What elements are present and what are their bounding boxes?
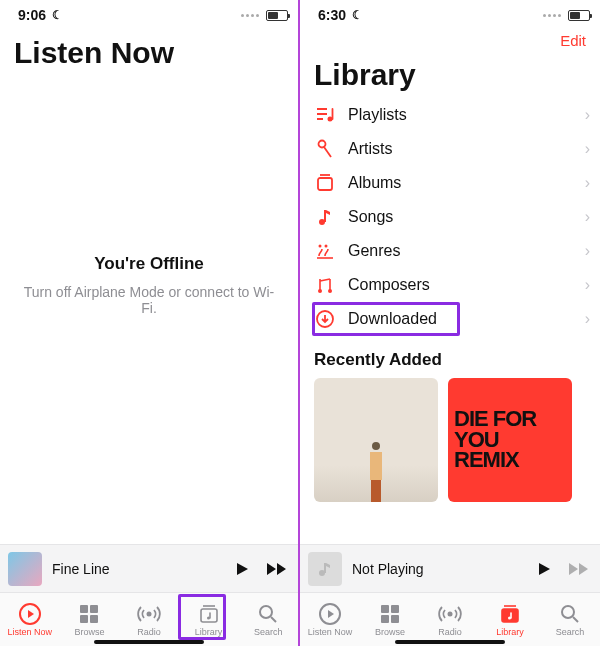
album-card[interactable]: DIE FOR YOU REMIX <box>448 378 572 502</box>
svg-point-14 <box>319 245 322 248</box>
phone-library: 6:30 ☾ Edit Library Playlists › Arti <box>300 0 600 646</box>
highlight-downloaded <box>312 302 460 336</box>
list-item-albums[interactable]: Albums › <box>314 166 600 200</box>
now-playing-title: Fine Line <box>52 561 224 577</box>
list-label: Playlists <box>348 106 573 124</box>
chevron-right-icon: › <box>585 310 590 328</box>
search-icon <box>258 603 278 625</box>
svg-point-16 <box>318 289 322 293</box>
page-title: Listen Now <box>0 26 298 76</box>
grid-icon <box>79 603 99 625</box>
tab-browse[interactable]: Browse <box>360 593 420 646</box>
tab-search[interactable]: Search <box>540 593 600 646</box>
svg-rect-3 <box>80 615 88 623</box>
list-item-artists[interactable]: Artists › <box>314 132 600 166</box>
svg-point-28 <box>508 616 511 619</box>
home-indicator[interactable] <box>395 640 505 644</box>
tab-radio[interactable]: Radio <box>420 593 480 646</box>
now-playing-bar[interactable]: Fine Line <box>0 544 298 592</box>
composers-icon <box>314 274 336 296</box>
svg-point-10 <box>319 141 326 148</box>
status-bar: 6:30 ☾ <box>300 0 600 26</box>
now-playing-bar[interactable]: Not Playing <box>300 544 600 592</box>
svg-point-17 <box>328 289 332 293</box>
svg-rect-23 <box>391 605 399 613</box>
tab-label: Radio <box>438 627 462 637</box>
svg-point-26 <box>448 611 453 616</box>
list-item-genres[interactable]: Genres › <box>314 234 600 268</box>
home-indicator[interactable] <box>94 640 204 644</box>
tab-label: Library <box>496 627 524 637</box>
svg-point-15 <box>325 245 328 248</box>
list-label: Composers <box>348 276 573 294</box>
album-art-icon <box>8 552 42 586</box>
svg-rect-25 <box>391 615 399 623</box>
svg-rect-4 <box>90 615 98 623</box>
library-list: Playlists › Artists › Albums › Songs › <box>300 98 600 336</box>
recently-added-heading: Recently Added <box>300 336 600 378</box>
tab-browse[interactable]: Browse <box>60 593 120 646</box>
svg-point-5 <box>146 611 151 616</box>
list-label: Songs <box>348 208 573 226</box>
svg-rect-27 <box>502 609 518 622</box>
radio-icon <box>438 603 462 625</box>
playlists-icon <box>314 104 336 126</box>
grid-icon <box>380 603 400 625</box>
chevron-right-icon: › <box>585 140 590 158</box>
phone-listen-now: 9:06 ☾ Listen Now You're Offline Turn of… <box>0 0 300 646</box>
play-icon[interactable] <box>234 561 250 577</box>
chevron-right-icon: › <box>585 106 590 124</box>
list-label: Genres <box>348 242 573 260</box>
svg-rect-24 <box>381 615 389 623</box>
chevron-right-icon: › <box>585 174 590 192</box>
albums-icon <box>314 172 336 194</box>
list-item-playlists[interactable]: Playlists › <box>314 98 600 132</box>
now-playing-title: Not Playing <box>352 561 526 577</box>
album-cover-text: DIE FOR YOU REMIX <box>454 409 566 472</box>
battery-icon <box>568 10 590 21</box>
tab-listen-now[interactable]: Listen Now <box>0 593 60 646</box>
guitar-icon <box>314 240 336 262</box>
content-area: Playlists › Artists › Albums › Songs › <box>300 98 600 544</box>
content-area: You're Offline Turn off Airplane Mode or… <box>0 76 298 544</box>
list-label: Albums <box>348 174 573 192</box>
next-icon[interactable] <box>266 562 288 576</box>
list-item-composers[interactable]: Composers › <box>314 268 600 302</box>
dnd-moon-icon: ☾ <box>52 8 63 22</box>
album-art-placeholder-icon <box>308 552 342 586</box>
svg-rect-13 <box>324 210 326 222</box>
note-icon <box>314 206 336 228</box>
play-icon[interactable] <box>536 561 552 577</box>
play-circle-icon <box>19 603 41 625</box>
tab-radio[interactable]: Radio <box>119 593 179 646</box>
tab-listen-now[interactable]: Listen Now <box>300 593 360 646</box>
signal-dots-icon <box>543 14 561 17</box>
svg-rect-1 <box>80 605 88 613</box>
svg-point-29 <box>562 606 574 618</box>
recently-added-row[interactable]: DIE FOR YOU REMIX <box>300 378 600 502</box>
list-label: Artists <box>348 140 573 158</box>
offline-title: You're Offline <box>18 254 280 274</box>
list-item-songs[interactable]: Songs › <box>314 200 600 234</box>
svg-rect-20 <box>324 563 326 573</box>
offline-subtitle: Turn off Airplane Mode or connect to Wi-… <box>18 284 280 316</box>
play-circle-icon <box>319 603 341 625</box>
tab-search[interactable]: Search <box>238 593 298 646</box>
next-icon[interactable] <box>568 562 590 576</box>
tab-label: Browse <box>375 627 405 637</box>
chevron-right-icon: › <box>585 208 590 226</box>
svg-rect-22 <box>381 605 389 613</box>
page-title: Library <box>300 48 600 98</box>
radio-icon <box>137 603 161 625</box>
chevron-right-icon: › <box>585 276 590 294</box>
edit-button[interactable]: Edit <box>560 32 586 48</box>
tab-label: Radio <box>137 627 161 637</box>
tab-library[interactable]: Library <box>480 593 540 646</box>
battery-icon <box>266 10 288 21</box>
album-card[interactable] <box>314 378 438 502</box>
search-icon <box>560 603 580 625</box>
clock: 9:06 <box>18 7 46 23</box>
clock: 6:30 <box>318 7 346 23</box>
signal-dots-icon <box>241 14 259 17</box>
tab-label: Listen Now <box>308 627 353 637</box>
